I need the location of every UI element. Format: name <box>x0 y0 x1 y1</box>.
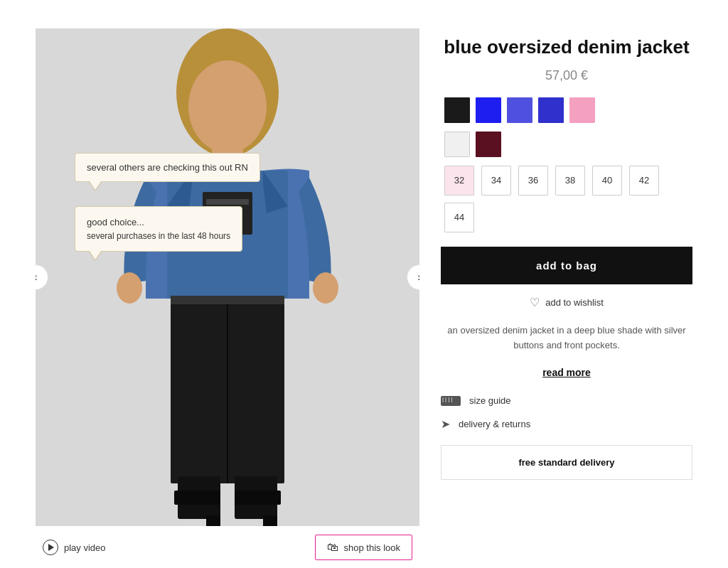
color-swatch-burgundy[interactable] <box>476 132 501 157</box>
svg-rect-23 <box>171 296 284 304</box>
size-btn-42[interactable]: 42 <box>629 166 659 195</box>
color-swatches <box>441 97 692 123</box>
size-options: 32 34 36 38 40 42 44 <box>441 166 692 232</box>
delivery-returns-label: delivery & returns <box>459 419 530 429</box>
product-image <box>36 28 419 526</box>
speech-bubble-1: several others are checking this out RN <box>75 153 260 182</box>
play-triangle-icon <box>48 544 54 551</box>
delivery-returns-link[interactable]: ➤ delivery & returns <box>441 417 692 431</box>
speech-bubble-1-text: several others are checking this out RN <box>87 162 248 173</box>
svg-rect-21 <box>206 515 220 526</box>
product-title: blue oversized denim jacket <box>441 36 692 60</box>
speech-bubble-2: good choice... several purchases in the … <box>75 206 242 252</box>
ruler-icon <box>441 396 461 406</box>
add-to-wishlist-button[interactable]: ♡ add to wishlist <box>441 296 692 309</box>
shop-look-button[interactable]: 🛍 shop this look <box>315 535 413 560</box>
page-container: several others are checking this out RN … <box>14 14 714 568</box>
svg-rect-22 <box>263 515 277 526</box>
size-btn-38[interactable]: 38 <box>555 166 585 195</box>
color-swatch-blue3[interactable] <box>538 97 564 123</box>
color-swatch-black[interactable] <box>444 97 470 123</box>
size-guide-label: size guide <box>469 395 511 406</box>
play-icon <box>43 540 58 555</box>
shop-look-label: shop this look <box>344 542 401 553</box>
read-more-button[interactable]: read more <box>441 367 692 378</box>
size-btn-36[interactable]: 36 <box>518 166 548 195</box>
wishlist-label: add to wishlist <box>545 297 604 308</box>
plane-icon: ➤ <box>441 417 450 431</box>
color-swatch-blue2[interactable] <box>507 97 532 123</box>
size-btn-44[interactable]: 44 <box>444 203 474 232</box>
svg-rect-20 <box>235 491 281 505</box>
svg-point-2 <box>188 60 267 153</box>
svg-point-13 <box>117 272 142 304</box>
product-description: an oversized denim jacket in a deep blue… <box>441 323 692 353</box>
product-price: 57,00 € <box>441 68 692 83</box>
image-controls: play video 🛍 shop this look <box>36 535 419 560</box>
add-to-bag-button[interactable]: add to bag <box>441 247 692 284</box>
info-links: size guide ➤ delivery & returns <box>441 395 692 431</box>
play-video-button[interactable]: play video <box>43 540 106 555</box>
free-delivery-banner[interactable]: free standard delivery <box>441 445 692 480</box>
product-details-section: blue oversized denim jacket 57,00 € 32 3… <box>441 28 692 560</box>
size-btn-40[interactable]: 40 <box>592 166 622 195</box>
color-swatch-blue1[interactable] <box>476 97 501 123</box>
size-guide-link[interactable]: size guide <box>441 395 692 406</box>
svg-rect-11 <box>206 199 249 205</box>
product-image-section: several others are checking this out RN … <box>36 28 419 560</box>
free-delivery-label: free standard delivery <box>518 457 614 468</box>
hanger-icon: 🛍 <box>327 541 338 554</box>
svg-point-14 <box>313 272 338 304</box>
speech-bubble-2-line1: good choice... <box>87 215 230 230</box>
play-video-label: play video <box>64 542 106 553</box>
color-swatches-row2 <box>441 132 692 157</box>
size-btn-34[interactable]: 34 <box>481 166 511 195</box>
speech-bubble-2-line2: several purchases in the last 48 hours <box>87 230 230 242</box>
product-image-wrapper: several others are checking this out RN … <box>36 28 419 526</box>
color-swatch-pink[interactable] <box>569 97 595 123</box>
svg-rect-18 <box>174 491 220 505</box>
heart-icon: ♡ <box>530 296 540 309</box>
size-btn-32[interactable]: 32 <box>444 166 474 195</box>
color-swatch-white[interactable] <box>444 132 470 157</box>
